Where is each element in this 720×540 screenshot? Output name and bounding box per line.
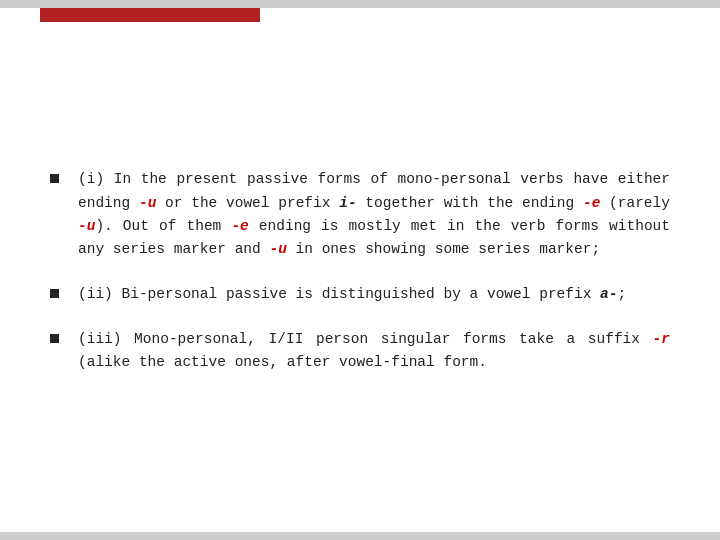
bullet-item-3: (iii) Mono-personal, I/II person singula… bbox=[50, 328, 670, 374]
slide: (i) In the present passive forms of mono… bbox=[0, 0, 720, 540]
highlight-e-1: -e bbox=[583, 195, 600, 211]
top-bar bbox=[0, 0, 720, 8]
bullet-square-3 bbox=[50, 334, 59, 343]
bullet-square-2 bbox=[50, 289, 59, 298]
highlight-e-2: -e bbox=[231, 218, 248, 234]
accent-bar bbox=[40, 8, 260, 22]
bullet-square-1 bbox=[50, 174, 59, 183]
highlight-u-3: -u bbox=[269, 241, 286, 257]
bullet-item-2: (ii) Bi-personal passive is distinguishe… bbox=[50, 283, 670, 306]
highlight-u-1: -u bbox=[139, 195, 156, 211]
bullet-text-3: (iii) Mono-personal, I/II person singula… bbox=[78, 328, 670, 374]
highlight-a: a- bbox=[600, 286, 617, 302]
highlight-r: -r bbox=[653, 331, 670, 347]
bullet-text-2: (ii) Bi-personal passive is distinguishe… bbox=[78, 283, 670, 306]
highlight-i: i- bbox=[339, 195, 356, 211]
bullet-marker-1 bbox=[50, 170, 78, 183]
bullet-marker-3 bbox=[50, 330, 78, 343]
bullet-marker-2 bbox=[50, 285, 78, 298]
bullet-list: (i) In the present passive forms of mono… bbox=[50, 168, 670, 396]
highlight-u-2: -u bbox=[78, 218, 95, 234]
bullet-item-1: (i) In the present passive forms of mono… bbox=[50, 168, 670, 261]
bullet-text-1: (i) In the present passive forms of mono… bbox=[78, 168, 670, 261]
content-area: (i) In the present passive forms of mono… bbox=[0, 8, 720, 532]
bottom-bar bbox=[0, 532, 720, 540]
